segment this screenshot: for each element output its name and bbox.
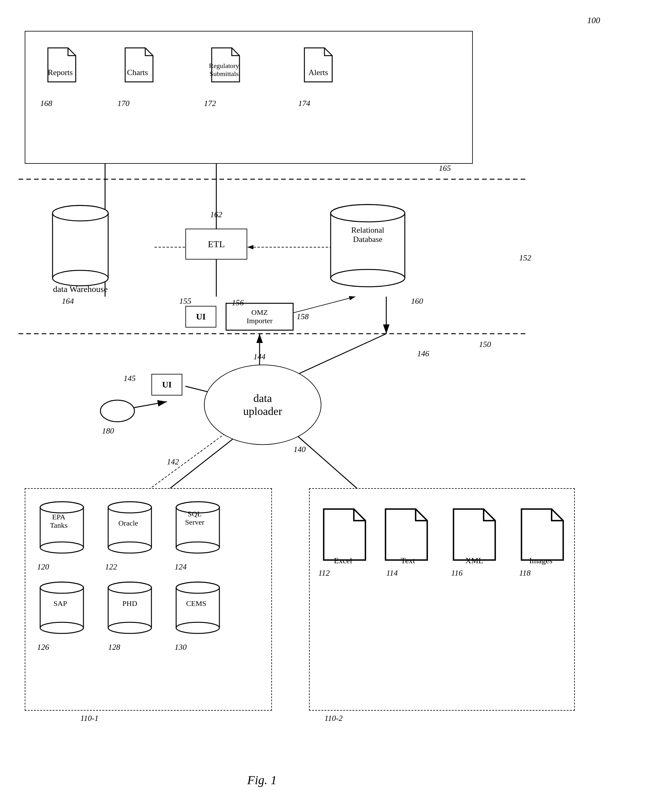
ui-top-label: UI xyxy=(196,312,206,322)
svg-point-29 xyxy=(330,204,405,222)
omz-importer-label: OMZImporter xyxy=(247,308,273,325)
svg-point-54 xyxy=(40,582,83,593)
cems-cylinder xyxy=(173,581,222,638)
sql-server-cylinder xyxy=(173,501,222,557)
relational-db-cylinder xyxy=(324,204,411,292)
reports-label: Reports xyxy=(40,68,80,77)
oracle-cylinder xyxy=(105,501,155,557)
data-warehouse-cylinder xyxy=(49,204,111,292)
ref-180: 180 xyxy=(102,426,114,436)
ref-122: 122 xyxy=(105,562,117,572)
xml-doc-icon xyxy=(451,507,498,562)
svg-point-36 xyxy=(40,502,83,513)
ref-168: 168 xyxy=(40,99,52,108)
ref-118: 118 xyxy=(519,568,531,578)
svg-point-30 xyxy=(101,400,134,422)
cems-label: CEMS xyxy=(171,600,221,608)
alerts-label: Alerts xyxy=(298,68,338,77)
phd-label: PHD xyxy=(105,600,155,608)
svg-point-53 xyxy=(40,622,83,633)
ref-130: 130 xyxy=(175,643,187,652)
ref-165: 165 xyxy=(439,164,451,173)
svg-point-28 xyxy=(330,270,405,287)
ref-174: 174 xyxy=(298,99,310,108)
ref-162: 162 xyxy=(210,210,222,219)
svg-point-59 xyxy=(108,622,152,633)
excel-doc-icon xyxy=(321,507,368,562)
ref-120: 120 xyxy=(37,562,49,572)
ref-146: 146 xyxy=(417,349,429,359)
ref-164: 164 xyxy=(62,297,74,306)
images-label: Images xyxy=(516,556,565,565)
mouse-icon xyxy=(99,399,136,424)
ref-150: 150 xyxy=(479,340,491,349)
ref-124: 124 xyxy=(175,562,187,572)
ref-112: 112 xyxy=(318,568,330,578)
svg-point-42 xyxy=(108,502,152,513)
data-warehouse-label: data Warehouse xyxy=(43,284,117,294)
svg-point-47 xyxy=(176,542,219,553)
reports-doc-icon xyxy=(46,46,77,83)
svg-point-22 xyxy=(53,270,108,286)
ref-172: 172 xyxy=(204,99,216,108)
diagram: 100 165 Reports 168 Charts 170 Regulator… xyxy=(0,0,661,812)
excel-label: Excel xyxy=(318,556,368,565)
svg-line-9 xyxy=(284,297,355,315)
charts-doc-icon xyxy=(124,46,155,83)
ref-116: 116 xyxy=(451,568,463,578)
data-uploader-ellipse: datauploader xyxy=(204,365,321,445)
ref-100: 100 xyxy=(587,16,600,26)
text-label: Text xyxy=(383,556,433,565)
outputs-box xyxy=(25,31,473,164)
svg-point-35 xyxy=(40,542,83,553)
ref-145: 145 xyxy=(124,374,136,383)
svg-point-66 xyxy=(176,582,219,593)
svg-line-15 xyxy=(142,426,235,495)
ref-156: 156 xyxy=(232,298,244,308)
charts-label: Charts xyxy=(117,68,158,77)
ui-top-box: UI xyxy=(185,306,216,327)
relational-db-label: RelationalDatabase xyxy=(324,225,411,244)
ui-mid-box: UI xyxy=(152,374,182,396)
phd-cylinder xyxy=(105,581,155,638)
data-uploader-label: datauploader xyxy=(243,392,282,418)
ref-144: 144 xyxy=(254,352,265,362)
alerts-doc-icon xyxy=(303,46,334,83)
ref-110-1: 110-1 xyxy=(80,714,99,723)
ref-160: 160 xyxy=(411,297,423,306)
ui-mid-label: UI xyxy=(162,380,171,389)
svg-point-23 xyxy=(53,206,108,221)
figure-label: Fig. 1 xyxy=(247,773,277,787)
sap-label: SAP xyxy=(35,600,85,608)
svg-point-41 xyxy=(108,542,152,553)
etl-label: ETL xyxy=(208,239,225,249)
sap-cylinder xyxy=(37,581,86,638)
oracle-label: Oracle xyxy=(102,519,155,527)
images-doc-icon xyxy=(519,507,565,562)
ref-155: 155 xyxy=(179,297,191,306)
ref-114: 114 xyxy=(386,568,398,578)
ref-110-2: 110-2 xyxy=(324,714,343,723)
svg-point-65 xyxy=(176,622,219,633)
sql-server-label: SQLServer xyxy=(168,510,221,526)
svg-rect-19 xyxy=(53,213,108,278)
ref-128: 128 xyxy=(108,643,120,652)
text-doc-icon xyxy=(383,507,429,562)
svg-point-60 xyxy=(108,582,152,593)
ref-126: 126 xyxy=(37,643,49,652)
svg-line-13 xyxy=(133,402,167,408)
xml-label: XML xyxy=(450,556,499,565)
regulatory-label: RegulatorySubmittals xyxy=(201,62,247,78)
ref-158: 158 xyxy=(297,312,309,321)
ref-170: 170 xyxy=(117,99,129,108)
etl-box: ETL xyxy=(185,229,247,260)
ref-142: 142 xyxy=(167,457,179,467)
epa-tanks-label: EPATanks xyxy=(31,513,86,530)
ref-152: 152 xyxy=(519,254,531,263)
ref-140: 140 xyxy=(294,445,306,454)
svg-rect-25 xyxy=(330,213,405,278)
